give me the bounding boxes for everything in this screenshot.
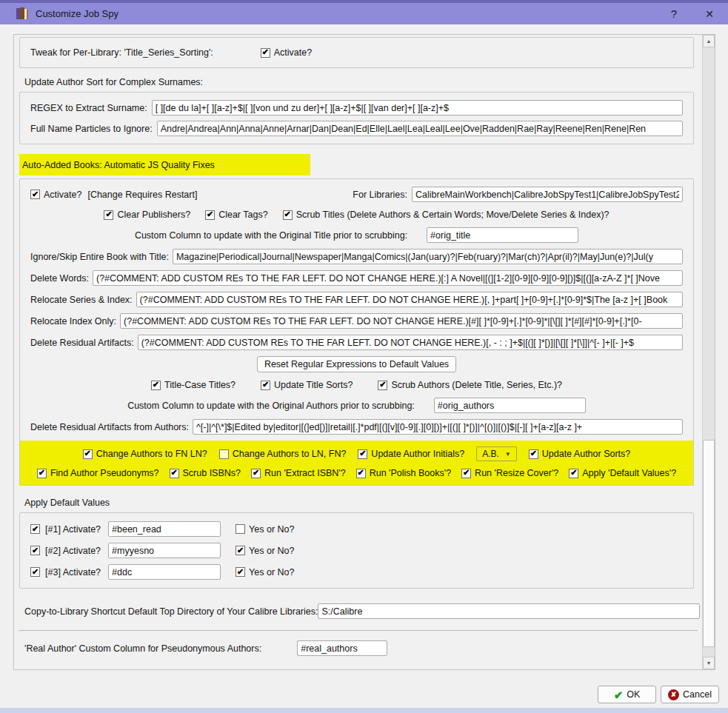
relocate-index-label: Relocate Index Only: (30, 316, 116, 327)
real-author-input[interactable] (297, 640, 387, 656)
checkbox-update-initials[interactable]: ✔ (358, 449, 367, 459)
for-libraries-label: For Libraries: (353, 190, 407, 200)
title-case-label: Title-Case Titles? (164, 380, 236, 390)
close-button[interactable]: ✕ (698, 8, 721, 20)
tweak-group: Tweak for Per-Library: 'Title_Series_Sor… (19, 37, 694, 68)
run-extract-isbn-label: Run 'Extract ISBN'? (264, 468, 346, 478)
checkbox-default1-activate[interactable]: ✔ (30, 524, 40, 534)
titlebar[interactable]: Customize Job Spy ? ✕ (0, 3, 728, 24)
checkbox-find-pseudonyms[interactable]: ✔ (37, 469, 47, 478)
checkbox-default3-yesno[interactable]: ✔ (236, 567, 245, 577)
check-icon: ✔ (170, 469, 177, 477)
run-resize-label: Run 'Resize Cover'? (475, 468, 558, 478)
cancel-button[interactable]: ✘ Cancel (661, 686, 719, 703)
auto-added-books-heading: Auto-Added Books: Automatic JS Quality F… (19, 154, 310, 175)
checkbox-update-author-sorts[interactable]: ✔ (529, 449, 538, 459)
restart-note: [Change Requires Restart] (87, 190, 197, 200)
delete-residual-input[interactable] (138, 335, 683, 350)
checkbox-default2-yesno[interactable]: ✔ (236, 546, 245, 555)
checkbox-run-resize[interactable]: ✔ (461, 469, 471, 478)
orig-authors-input[interactable] (434, 398, 586, 413)
check-icon: ✔ (359, 449, 366, 458)
check-icon: ✔ (153, 381, 159, 389)
check-icon: ✔ (253, 469, 259, 477)
check-icon: ✔ (262, 381, 269, 389)
settings-content: Tweak for Per-Library: 'Title_Series_Sor… (14, 35, 702, 656)
window-title: Customize Job Spy (36, 8, 118, 19)
checkbox-scrub-isbns[interactable]: ✔ (170, 469, 179, 478)
orig-authors-label: Custom Column to update with the Origina… (127, 401, 415, 411)
checkbox-title-case[interactable]: ✔ (151, 381, 161, 390)
ok-button[interactable]: ✔ OK (598, 686, 656, 703)
check-icon: ✔ (105, 210, 112, 218)
check-icon: ✔ (237, 546, 244, 555)
check-icon: ✔ (207, 210, 213, 218)
checkbox-apply-defaults[interactable]: ✔ (569, 469, 578, 478)
checkbox-scrub-authors[interactable]: ✔ (378, 381, 387, 390)
check-icon: ✔ (84, 449, 91, 458)
ok-check-icon: ✔ (614, 689, 624, 700)
real-author-label: 'Real Author' Custom Column for Pseudony… (24, 643, 261, 654)
checkbox-run-extract-isbn[interactable]: ✔ (251, 469, 261, 478)
checkbox-tweak-activate[interactable]: ✔ (261, 48, 270, 58)
check-icon: ✔ (463, 469, 470, 477)
check-icon: ✔ (237, 568, 244, 576)
check-icon: ✔ (570, 469, 577, 477)
author-sort-heading: Update Author Sort for Complex Surnames: (24, 77, 702, 87)
regex-surname-input[interactable] (152, 100, 683, 116)
checkbox-fn-ln[interactable]: ✔ (83, 449, 93, 459)
relocate-series-input[interactable] (136, 292, 683, 307)
check-icon: ✔ (379, 381, 386, 389)
checkbox-clear-publishers[interactable]: ✔ (104, 210, 113, 220)
checkbox-auto-activate[interactable]: ✔ (30, 190, 40, 199)
copy-to-library-label: Copy-to-Library Shortcut Default Top Dir… (24, 606, 318, 617)
default2-label: [#2] Activate? (45, 546, 101, 556)
scroll-down-icon[interactable]: ▼ (703, 657, 715, 669)
for-libraries-input[interactable] (412, 187, 683, 202)
checkbox-default3-activate[interactable]: ✔ (30, 567, 40, 577)
update-author-sorts-label: Update Author Sorts? (542, 449, 631, 459)
vertical-scrollbar[interactable]: ▲ ▼ (702, 35, 715, 669)
copy-to-library-input[interactable] (318, 603, 700, 619)
checkbox-clear-tags[interactable]: ✔ (205, 210, 215, 220)
checkbox-run-polish[interactable]: ✔ (356, 469, 366, 478)
help-button[interactable]: ? (663, 7, 685, 20)
scrollbar-thumb[interactable] (703, 440, 715, 647)
default2-yesno-label: Yes or No? (249, 546, 294, 556)
find-pseudonyms-label: Find Author Pseudonyms? (50, 468, 159, 478)
clear-tags-label: Clear Tags? (218, 210, 267, 220)
name-particles-input[interactable] (157, 121, 683, 136)
check-icon: ✔ (262, 48, 269, 56)
section-divider (19, 630, 698, 631)
checkbox-default2-activate[interactable]: ✔ (30, 546, 40, 555)
check-icon: ✔ (32, 546, 39, 555)
reset-regex-button[interactable]: Reset Regular Expressions to Default Val… (257, 356, 456, 372)
initials-style-dropdown[interactable]: A.B. ▼ (476, 446, 517, 461)
cancel-button-label: Cancel (683, 689, 712, 700)
residual-authors-input[interactable] (193, 419, 683, 435)
default1-column-input[interactable] (108, 521, 221, 537)
chevron-down-icon: ▼ (505, 451, 511, 458)
tweak-label: Tweak for Per-Library: 'Title_Series_Sor… (30, 47, 213, 58)
initials-style-value: A.B. (482, 449, 499, 459)
default3-label: [#3] Activate? (45, 567, 101, 578)
check-icon: ✔ (358, 469, 364, 477)
checkbox-scrub-titles[interactable]: ✔ (283, 210, 293, 220)
default2-column-input[interactable] (108, 543, 221, 558)
dialog-footer: ✔ OK ✘ Cancel (0, 686, 728, 708)
ok-button-label: OK (627, 689, 640, 700)
ignore-title-input[interactable] (173, 249, 683, 264)
checkbox-default1-yesno[interactable] (236, 524, 245, 534)
orig-title-input[interactable] (427, 227, 578, 243)
scroll-up-icon[interactable]: ▲ (703, 35, 715, 47)
default3-column-input[interactable] (108, 564, 221, 580)
delete-residual-label: Delete Residual Artifacts: (30, 338, 134, 348)
relocate-index-input[interactable] (120, 313, 683, 329)
settings-scroll-area: Tweak for Per-Library: 'Title_Series_Sor… (13, 34, 715, 670)
auto-activate-label: Activate? (44, 190, 81, 200)
checkbox-ln-fn[interactable] (219, 449, 229, 459)
check-icon: ✔ (32, 525, 39, 533)
delete-words-input[interactable] (93, 270, 683, 286)
relocate-series-label: Relocate Series & Index: (30, 295, 133, 305)
checkbox-update-title-sorts[interactable]: ✔ (261, 381, 270, 390)
